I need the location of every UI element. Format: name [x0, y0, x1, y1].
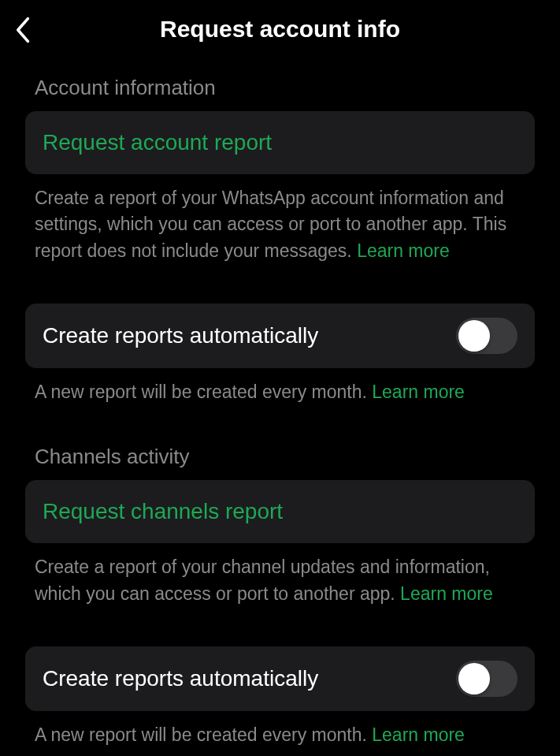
- page-title: Request account info: [9, 16, 551, 43]
- learn-more-link-channels[interactable]: Learn more: [400, 583, 493, 604]
- learn-more-link-auto-account[interactable]: Learn more: [372, 382, 465, 402]
- section-header-channels: Channels activity: [25, 430, 535, 480]
- learn-more-link-auto-channels[interactable]: Learn more: [372, 724, 465, 745]
- request-account-report-label: Request account report: [43, 130, 517, 155]
- request-account-report-cell[interactable]: Request account report: [25, 111, 535, 174]
- auto-report-account-description-text: A new report will be created every month…: [35, 382, 372, 402]
- auto-report-channels-cell: Create reports automatically: [25, 646, 535, 711]
- learn-more-link-account[interactable]: Learn more: [357, 240, 450, 261]
- channels-report-description: Create a report of your channel updates …: [25, 543, 535, 607]
- auto-report-channels-label: Create reports automatically: [43, 666, 318, 691]
- section-gap: [25, 405, 535, 430]
- auto-report-channels-description: A new report will be created every month…: [25, 711, 535, 748]
- auto-report-account-cell: Create reports automatically: [25, 304, 535, 368]
- auto-report-account-description: A new report will be created every month…: [25, 368, 535, 405]
- request-channels-report-label: Request channels report: [43, 499, 517, 524]
- account-report-description: Create a report of your WhatsApp account…: [25, 174, 535, 264]
- section-header-account-info: Account information: [25, 61, 535, 111]
- section-gap: [25, 264, 535, 304]
- chevron-left-icon: [15, 16, 32, 44]
- auto-report-channels-description-text: A new report will be created every month…: [35, 724, 372, 745]
- toggle-knob: [458, 320, 490, 352]
- back-button[interactable]: [8, 14, 39, 46]
- section-gap: [25, 607, 535, 646]
- request-channels-report-cell[interactable]: Request channels report: [25, 480, 535, 543]
- auto-report-account-label: Create reports automatically: [43, 323, 318, 348]
- auto-report-account-toggle[interactable]: [456, 318, 517, 354]
- auto-report-channels-toggle[interactable]: [456, 661, 517, 697]
- page-header: Request account info: [0, 0, 560, 61]
- toggle-knob: [458, 663, 490, 695]
- content-area: Account information Request account repo…: [0, 61, 560, 748]
